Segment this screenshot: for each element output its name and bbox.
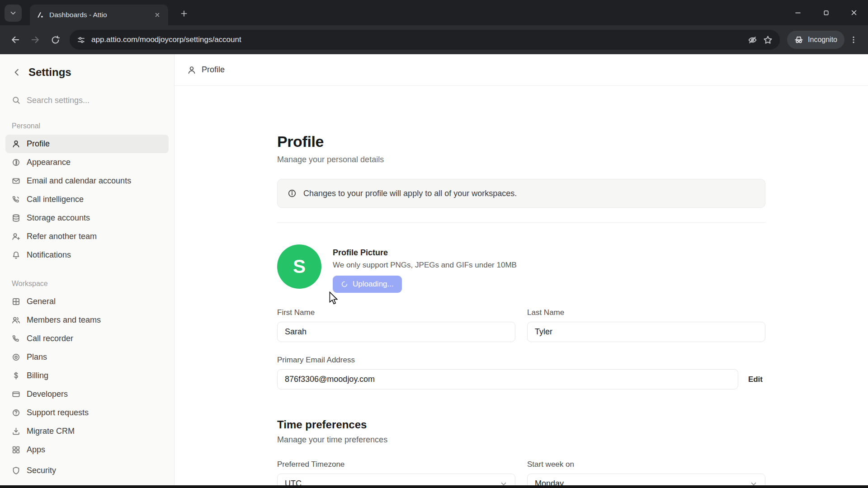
reload-button[interactable] [45, 30, 65, 50]
breadcrumb: Profile [175, 54, 868, 86]
download-tray-icon [12, 427, 20, 436]
eye-off-icon[interactable] [748, 35, 757, 45]
people-icon [12, 316, 20, 324]
first-name-input[interactable]: Sarah [277, 322, 515, 342]
last-name-label: Last Name [527, 308, 765, 317]
section-divider [277, 222, 765, 223]
search-icon [12, 96, 21, 105]
window-minimize-button[interactable] [784, 0, 812, 25]
url-text[interactable]: app.attio.com/moodjoycorp/settings/accou… [91, 35, 742, 44]
site-info-icon[interactable] [77, 36, 85, 44]
name-fields-row: First Name Sarah Last Name Tyler [277, 308, 765, 342]
sidebar-item-developers[interactable]: Developers [5, 385, 169, 404]
profile-settings-content: Profile Manage your personal details Cha… [277, 86, 765, 485]
appearance-icon [12, 158, 20, 167]
profile-picture-section: S Profile Picture We only support PNGs, … [277, 244, 765, 293]
sidebar-header: Settings [0, 62, 174, 82]
chevron-down-icon [750, 480, 758, 486]
sidebar-item-label: General [27, 297, 56, 306]
database-icon [12, 214, 20, 222]
browser-tab[interactable]: Dashboards - Attio [30, 5, 168, 25]
window-close-button[interactable] [840, 0, 868, 25]
week-start-label: Start week on [527, 460, 765, 469]
tab-title: Dashboards - Attio [49, 11, 147, 19]
sidebar-item-label: Members and teams [27, 315, 101, 325]
sidebar-item-label: Plans [27, 352, 47, 362]
sidebar-item-label: Email and calendar accounts [27, 176, 131, 186]
forward-button[interactable] [25, 30, 45, 50]
sidebar-item-security[interactable]: Security [5, 461, 169, 480]
last-name-input[interactable]: Tyler [527, 322, 765, 342]
sidebar-item-label: Migrate CRM [27, 427, 75, 436]
tab-search-button[interactable] [5, 5, 22, 22]
shield-icon [12, 466, 20, 475]
sidebar-item-call-intelligence[interactable]: Call intelligence [5, 190, 169, 209]
section-label-personal: Personal [12, 122, 162, 130]
apps-grid-icon [12, 446, 20, 454]
page-title: Profile [277, 133, 765, 150]
sidebar-item-migrate-crm[interactable]: Migrate CRM [5, 422, 169, 441]
chevron-down-icon [9, 9, 17, 17]
card-icon [12, 390, 20, 399]
section-label-workspace: Workspace [12, 280, 162, 288]
window-bottom-edge [0, 485, 868, 488]
email-label: Primary Email Address [277, 356, 738, 365]
browser-menu-button[interactable] [844, 30, 863, 50]
spinner-icon [341, 281, 348, 288]
window-controls [784, 0, 868, 25]
sidebar-item-profile[interactable]: Profile [5, 135, 169, 153]
sidebar-item-notifications[interactable]: Notifications [5, 246, 169, 264]
sidebar-item-label: Appearance [27, 158, 71, 167]
phone-sound-icon [12, 195, 20, 204]
time-preferences-subtitle: Manage your time preferences [277, 435, 765, 445]
workspace-info-banner: Changes to your profile will apply to al… [277, 179, 765, 208]
sidebar-item-refer-team[interactable]: Refer another team [5, 227, 169, 246]
person-plus-icon [12, 232, 20, 241]
browser-toolbar: app.attio.com/moodjoycorp/settings/accou… [0, 25, 868, 54]
incognito-spy-icon [794, 35, 803, 44]
disc-icon [12, 353, 20, 361]
sidebar-item-label: Security [27, 466, 56, 475]
attio-app: Settings Search settings... Personal Pro… [0, 54, 868, 485]
window-restore-button[interactable] [812, 0, 840, 25]
email-field-row: Primary Email Address 876f3306@moodjoy.c… [277, 356, 765, 389]
avatar[interactable]: S [277, 244, 321, 289]
search-placeholder: Search settings... [27, 96, 90, 105]
sidebar-item-billing[interactable]: Billing [5, 366, 169, 385]
sidebar-item-label: Storage accounts [27, 213, 90, 223]
timezone-select[interactable]: UTC [277, 474, 515, 485]
uploading-label: Uploading... [353, 280, 394, 289]
bookmark-star-icon[interactable] [763, 35, 773, 45]
address-bar[interactable]: app.attio.com/moodjoycorp/settings/accou… [70, 30, 780, 50]
new-tab-button[interactable] [176, 6, 192, 21]
sidebar-item-email-calendar[interactable]: Email and calendar accounts [5, 172, 169, 190]
back-button[interactable] [5, 30, 25, 50]
dollar-icon [12, 371, 20, 380]
sidebar-item-appearance[interactable]: Appearance [5, 153, 169, 172]
tab-close-button[interactable] [152, 9, 163, 20]
settings-sidebar: Settings Search settings... Personal Pro… [0, 54, 175, 485]
edit-email-button[interactable]: Edit [745, 369, 765, 389]
sidebar-item-plans[interactable]: Plans [5, 348, 169, 366]
sidebar-item-members-teams[interactable]: Members and teams [5, 311, 169, 329]
sidebar-item-label: Call recorder [27, 334, 73, 343]
banner-text: Changes to your profile will apply to al… [303, 189, 517, 198]
uploading-button[interactable]: Uploading... [333, 276, 402, 293]
email-input[interactable]: 876f3306@moodjoy.com [277, 369, 738, 389]
week-start-select[interactable]: Monday [527, 474, 765, 485]
sidebar-item-general[interactable]: General [5, 292, 169, 311]
sidebar-item-apps[interactable]: Apps [5, 441, 169, 459]
browser-tab-bar: Dashboards - Attio [0, 0, 868, 25]
settings-search-input[interactable]: Search settings... [12, 94, 162, 107]
sidebar-item-storage-accounts[interactable]: Storage accounts [5, 209, 169, 227]
sidebar-item-call-recorder[interactable]: Call recorder [5, 329, 169, 348]
back-chevron-button[interactable] [12, 67, 22, 77]
person-icon [187, 66, 196, 75]
attio-favicon-icon [36, 11, 44, 19]
sidebar-item-label: Call intelligence [27, 195, 84, 204]
sidebar-item-support-requests[interactable]: Support requests [5, 404, 169, 422]
sidebar-item-label: Notifications [27, 250, 71, 260]
phone-icon [12, 334, 20, 343]
sidebar-item-label: Support requests [27, 408, 89, 418]
first-name-label: First Name [277, 308, 515, 317]
